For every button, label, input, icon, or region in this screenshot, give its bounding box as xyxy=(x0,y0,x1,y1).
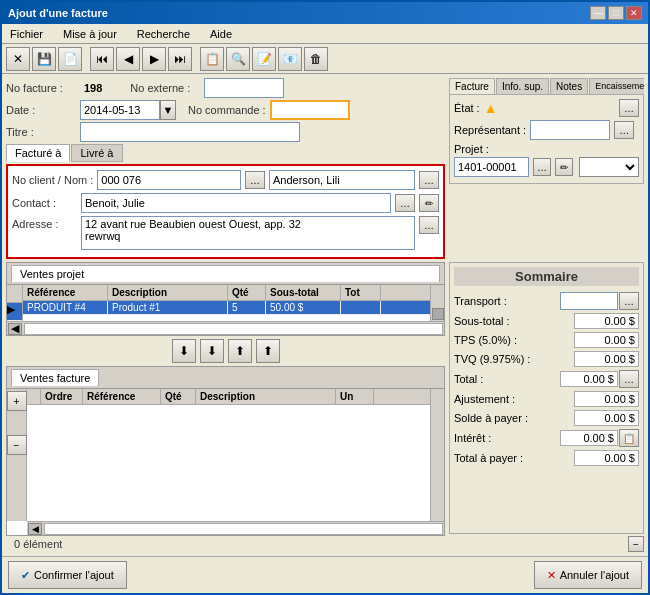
date-input[interactable] xyxy=(80,100,160,120)
adresse-browse-btn[interactable]: … xyxy=(419,216,439,234)
adresse-textarea[interactable]: 12 avant rue Beaubien ouest Ouest, app. … xyxy=(81,216,415,250)
client-name-browse-btn[interactable]: … xyxy=(419,171,439,189)
minus-btn-area: − xyxy=(449,536,644,552)
no-client-input[interactable] xyxy=(97,170,241,190)
summary-row-solde: Solde à payer : 0.00 $ xyxy=(454,410,639,426)
facture-panel: État : ▲ … Représentant : … Projet : xyxy=(449,94,644,184)
titre-input[interactable] xyxy=(80,122,300,142)
sommaire-box: Sommaire Transport : … xyxy=(449,262,644,534)
date-label: Date : xyxy=(6,104,76,116)
vf-remove-btn[interactable]: − xyxy=(7,435,27,455)
cell-tot xyxy=(341,301,381,314)
contact-input[interactable] xyxy=(81,193,391,213)
adresse-label: Adresse : xyxy=(12,216,77,230)
toolbar-next-btn[interactable]: ▶ xyxy=(142,47,166,71)
maximize-button[interactable]: □ xyxy=(608,6,624,20)
ventes-grid-header: Référence Description Qté Sous-total Tot xyxy=(23,285,430,301)
confirm-button[interactable]: ✔ Confirmer l'ajout xyxy=(8,561,127,589)
ajustement-label: Ajustement : xyxy=(454,393,519,405)
facture-tabs-strip: Facture Info. sup. Notes Encaissements/R… xyxy=(449,78,644,94)
status-bar: 0 élément xyxy=(6,536,445,552)
tab-notes[interactable]: Notes xyxy=(550,78,588,94)
total-value: 0.00 $ xyxy=(560,371,618,387)
minus-btn[interactable]: − xyxy=(628,536,644,552)
nav-buttons-row: ⬇ ⬇ ⬆ ⬆ xyxy=(6,336,445,366)
tab-facture[interactable]: Facture xyxy=(449,78,495,94)
col-qte: Qté xyxy=(228,285,266,300)
sous-total-value: 0.00 $ xyxy=(574,313,639,329)
projet-input[interactable] xyxy=(454,157,529,177)
scrollbar-thumb[interactable] xyxy=(432,308,444,320)
toolbar-prev-btn[interactable]: ◀ xyxy=(116,47,140,71)
summary-row-interet: Intérêt : 0.00 $ 📋 xyxy=(454,429,639,447)
vf-scrollbar[interactable] xyxy=(430,389,444,521)
no-commande-input[interactable] xyxy=(270,100,350,120)
close-button[interactable]: ✕ xyxy=(626,6,642,20)
ventes-grid-scrollbar[interactable] xyxy=(430,285,444,321)
toolbar-save-btn[interactable]: 💾 xyxy=(32,47,56,71)
menu-fichier[interactable]: Fichier xyxy=(6,27,47,41)
tab-livre-a[interactable]: Livré à xyxy=(71,144,122,162)
tps-value: 0.00 $ xyxy=(574,332,639,348)
representant-browse-btn[interactable]: … xyxy=(614,121,634,139)
contact-edit-btn[interactable]: ✏ xyxy=(419,194,439,212)
client-tabs-bar: Facturé à Livré à xyxy=(6,144,445,162)
ventes-facture-panel: Ventes facture + − xyxy=(6,366,445,536)
transport-options-btn[interactable]: … xyxy=(619,292,639,310)
date-dropdown-btn[interactable]: ▼ xyxy=(160,100,176,120)
ventes-facture-tab[interactable]: Ventes facture xyxy=(11,369,99,386)
ventes-facture-tabs: Ventes facture xyxy=(7,367,444,389)
toolbar-delete-btn[interactable]: 🗑 xyxy=(304,47,328,71)
no-client-browse-btn[interactable]: … xyxy=(245,171,265,189)
vf-col-qte: Qté xyxy=(161,389,196,404)
menu-recherche[interactable]: Recherche xyxy=(133,27,194,41)
nav-up1-btn[interactable]: ⬆ xyxy=(228,339,252,363)
window-title: Ajout d'une facture xyxy=(8,7,108,19)
representant-row: Représentant : … xyxy=(454,120,639,140)
date-combo: ▼ xyxy=(80,100,176,120)
projet-browse-btn[interactable]: … xyxy=(533,158,551,176)
toolbar-edit-btn[interactable]: 📝 xyxy=(252,47,276,71)
tab-info-sup[interactable]: Info. sup. xyxy=(496,78,549,94)
table-row[interactable]: PRODUIT #4 Product #1 5 50.00 $ xyxy=(23,301,430,315)
no-externe-input[interactable] xyxy=(204,78,284,98)
confirm-checkmark-icon: ✔ xyxy=(21,569,30,582)
etat-triangle-icon: ▲ xyxy=(484,100,498,116)
vf-hscroll-left[interactable]: ◀ xyxy=(28,523,42,535)
nav-up2-btn[interactable]: ⬆ xyxy=(256,339,280,363)
total-options-btn[interactable]: … xyxy=(619,370,639,388)
ventes-projet-tab[interactable]: Ventes projet xyxy=(11,265,440,282)
vf-grid: Ordre Référence Qté Description Un xyxy=(27,389,430,521)
transport-input[interactable] xyxy=(560,292,618,310)
no-externe-label: No externe : xyxy=(130,82,200,94)
projet-edit-btn[interactable]: ✏ xyxy=(555,158,573,176)
main-window: Ajout d'une facture — □ ✕ Fichier Mise à… xyxy=(0,0,650,595)
toolbar-search-btn[interactable]: 🔍 xyxy=(226,47,250,71)
interet-options-btn[interactable]: 📋 xyxy=(619,429,639,447)
hscroll-left[interactable]: ◀ xyxy=(8,323,22,335)
projet-dropdown[interactable] xyxy=(579,157,639,177)
contact-browse-btn[interactable]: … xyxy=(395,194,415,212)
client-name-input[interactable] xyxy=(269,170,415,190)
menu-mise-a-jour[interactable]: Mise à jour xyxy=(59,27,121,41)
vf-add-btn[interactable]: + xyxy=(7,391,27,411)
cancel-button[interactable]: ✕ Annuler l'ajout xyxy=(534,561,642,589)
toolbar-first-btn[interactable]: ⏮ xyxy=(90,47,114,71)
ventes-projet-tabs: Ventes projet xyxy=(7,263,444,285)
tab-facture-a[interactable]: Facturé à xyxy=(6,144,70,162)
minimize-button[interactable]: — xyxy=(590,6,606,20)
menu-aide[interactable]: Aide xyxy=(206,27,236,41)
etat-options-btn[interactable]: … xyxy=(619,99,639,117)
toolbar-copy-btn[interactable]: 📋 xyxy=(200,47,224,71)
hscroll-track xyxy=(24,323,443,335)
toolbar-last-btn[interactable]: ⏭ xyxy=(168,47,192,71)
interet-area: 0.00 $ 📋 xyxy=(560,429,639,447)
toolbar-email-btn[interactable]: 📧 xyxy=(278,47,302,71)
toolbar-cancel-btn[interactable]: ✕ xyxy=(6,47,30,71)
toolbar-new-btn[interactable]: 📄 xyxy=(58,47,82,71)
nav-down2-btn[interactable]: ⬇ xyxy=(200,339,224,363)
sommaire-title: Sommaire xyxy=(454,267,639,286)
nav-down1-btn[interactable]: ⬇ xyxy=(172,339,196,363)
tab-encaissements[interactable]: Encaissements/Remb xyxy=(589,78,644,94)
representant-input[interactable] xyxy=(530,120,610,140)
